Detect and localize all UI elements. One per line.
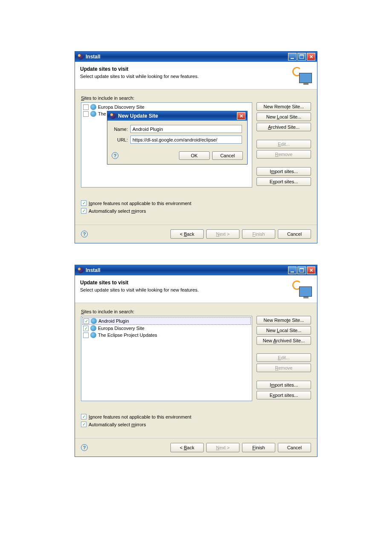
new-remote-site-button[interactable]: New Remote Site... <box>257 316 311 324</box>
wizard-header: Update sites to visit Select update site… <box>75 62 317 90</box>
maximize-button[interactable] <box>297 53 306 61</box>
ignore-label: Ignore features not applicable to this e… <box>89 414 191 419</box>
titlebar[interactable]: Install <box>75 52 317 62</box>
modal-close-button[interactable] <box>237 112 245 120</box>
sites-label: Sites to include in search: <box>81 95 311 101</box>
checkbox-group: ✓ Ignore features not applicable to this… <box>81 414 311 427</box>
site-item[interactable]: The Eclipse Project Updates <box>82 332 251 338</box>
help-icon[interactable]: ? <box>112 152 118 159</box>
new-archived-site-button[interactable]: New Archived Site... <box>257 336 311 345</box>
help-icon[interactable]: ? <box>81 231 88 237</box>
mirrors-label: Automatically select mirrors <box>89 208 146 214</box>
ignore-checkbox[interactable]: ✓ <box>81 200 86 206</box>
eclipse-icon <box>78 267 84 273</box>
site-checkbox[interactable]: ✓ <box>83 326 89 331</box>
site-label: Europa Discovery Site <box>98 104 144 110</box>
help-icon[interactable]: ? <box>81 444 88 451</box>
globe-icon <box>90 332 96 338</box>
site-label: Europa Discovery Site <box>98 326 144 331</box>
cancel-button[interactable]: Cancel <box>212 151 243 160</box>
remove-button[interactable]: Remove <box>257 150 311 159</box>
globe-icon <box>90 325 96 331</box>
remove-button[interactable]: Remove <box>257 364 311 372</box>
globe-icon <box>90 104 96 110</box>
globe-icon <box>90 111 96 117</box>
site-checkbox[interactable]: ✓ <box>84 318 89 324</box>
titlebar[interactable]: Install <box>75 265 317 275</box>
name-input[interactable] <box>130 125 242 133</box>
window-title: Install <box>86 267 101 273</box>
checkbox-group: ✓ Ignore features not applicable to this… <box>81 200 311 214</box>
content-area: Sites to include in search: ✓ Android Pl… <box>75 303 317 438</box>
maximize-button[interactable] <box>297 266 306 274</box>
edit-button[interactable]: Edit... <box>257 140 311 148</box>
export-sites-button[interactable]: Export sites... <box>257 177 311 186</box>
site-checkbox[interactable] <box>83 104 89 110</box>
new-local-site-button[interactable]: New Local Site... <box>257 113 311 121</box>
ok-button[interactable]: OK <box>179 151 210 160</box>
ignore-checkbox[interactable]: ✓ <box>81 414 86 419</box>
import-sites-button[interactable]: Import sites... <box>257 381 311 389</box>
url-input[interactable] <box>130 136 242 144</box>
site-label: The Eclipse Project Updates <box>98 332 157 338</box>
mirrors-checkbox[interactable]: ✓ <box>81 208 86 214</box>
header-heading: Update sites to visit <box>80 280 199 286</box>
eclipse-icon <box>110 113 116 119</box>
next-button[interactable]: Next > <box>206 443 239 452</box>
new-local-site-button[interactable]: New Local Site... <box>257 326 311 335</box>
new-remote-site-button[interactable]: New Remote Site... <box>257 102 311 111</box>
install-window-1: Install Update sites to visit Select upd… <box>75 51 317 243</box>
mirrors-checkbox[interactable]: ✓ <box>81 422 86 427</box>
minimize-button[interactable] <box>288 53 297 61</box>
update-monitor-icon <box>291 280 312 297</box>
minimize-button[interactable] <box>288 266 297 274</box>
modal-title: New Update Site <box>118 113 158 119</box>
export-sites-button[interactable]: Export sites... <box>257 391 311 399</box>
back-button[interactable]: < Back <box>170 229 204 239</box>
window-title: Install <box>86 54 101 60</box>
install-window-2: Install Update sites to visit Select upd… <box>75 265 317 457</box>
site-checkbox[interactable] <box>83 332 89 338</box>
site-label: Android Plugin <box>98 318 129 324</box>
header-sub: Select update sites to visit while looki… <box>80 287 199 292</box>
modal-titlebar[interactable]: New Update Site <box>107 111 247 121</box>
side-buttons: New Remote Site... New Local Site... Arc… <box>257 102 311 186</box>
close-button[interactable] <box>307 266 315 274</box>
edit-button[interactable]: Edit... <box>257 353 311 362</box>
finish-button[interactable]: Finish <box>242 229 275 239</box>
site-item[interactable]: ✓ Europa Discovery Site <box>82 325 251 332</box>
site-checkbox[interactable] <box>83 111 89 117</box>
sites-list[interactable]: ✓ Android Plugin ✓ Europa Discovery Site… <box>81 316 252 401</box>
site-item[interactable]: ✓ Android Plugin <box>82 317 251 325</box>
update-monitor-icon <box>291 66 312 83</box>
mirrors-label: Automatically select mirrors <box>89 422 146 427</box>
new-update-site-dialog: New Update Site Name: URL: ? <box>107 111 248 165</box>
header-heading: Update sites to visit <box>80 66 199 72</box>
cancel-button[interactable]: Cancel <box>278 229 311 239</box>
wizard-footer: ? < Back Next > Finish Cancel <box>75 225 317 243</box>
content-area: Sites to include in search: Europa Disco… <box>75 90 317 225</box>
cancel-button[interactable]: Cancel <box>278 443 311 452</box>
wizard-footer: ? < Back Next > Finish Cancel <box>75 438 317 457</box>
wizard-header: Update sites to visit Select update site… <box>75 275 317 303</box>
name-label: Name: <box>112 127 128 132</box>
side-buttons: New Remote Site... New Local Site... New… <box>257 316 311 399</box>
sites-label: Sites to include in search: <box>81 309 311 314</box>
close-button[interactable] <box>307 53 315 61</box>
back-button[interactable]: < Back <box>170 443 204 452</box>
header-sub: Select update sites to visit while looki… <box>80 74 199 79</box>
globe-icon <box>91 318 97 324</box>
next-button[interactable]: Next > <box>206 229 239 239</box>
site-item[interactable]: Europa Discovery Site <box>82 104 251 110</box>
finish-button[interactable]: Finish <box>242 443 275 452</box>
ignore-label: Ignore features not applicable to this e… <box>89 201 191 206</box>
import-sites-button[interactable]: Import sites... <box>257 167 311 176</box>
new-archived-site-button[interactable]: Archived Site... <box>257 123 311 131</box>
url-label: URL: <box>112 137 128 142</box>
eclipse-icon <box>78 54 84 60</box>
